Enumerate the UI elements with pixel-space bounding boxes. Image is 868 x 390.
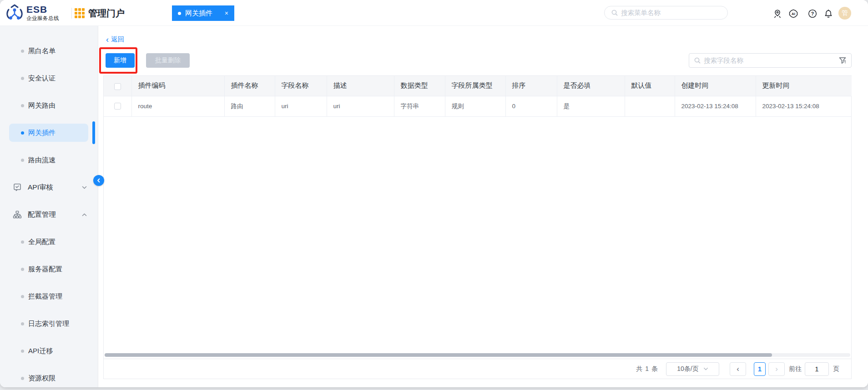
table-header-row: 插件编码 插件名称 字段名称 描述 数据类型 字段所属类型 排序 是否必填 默认… (104, 76, 852, 96)
sidebar-item-global-config[interactable]: 全局配置 (9, 233, 88, 251)
avatar-text: 管 (842, 9, 848, 17)
sidebar-group-api-review[interactable]: API审核 (9, 178, 88, 196)
col-header-created-at: 创建时间 (675, 76, 756, 96)
app-window: ESB 企业服务总线 管理门户 网关插件 × AI (0, 0, 868, 387)
main-content: ‹ 返回 新增 批量删除 (98, 26, 868, 387)
col-header-field-owner-type: 字段所属类型 (445, 76, 505, 96)
add-button[interactable]: 新增 (106, 53, 135, 68)
ai-assistant-icon[interactable]: AI (788, 9, 798, 19)
sidebar-item-route-flow-rate[interactable]: 路由流速 (9, 151, 88, 169)
location-pin-icon[interactable] (772, 9, 782, 19)
field-search-box[interactable] (689, 53, 852, 68)
pagination-bar: 共 1 条 10条/页 ‹ 1 › 前往 页 (104, 359, 851, 379)
bullet-dot-icon (21, 268, 24, 271)
row-checkbox[interactable] (114, 103, 121, 110)
select-all-checkbox[interactable] (114, 83, 121, 90)
table-panel: 插件编码 插件名称 字段名称 描述 数据类型 字段所属类型 排序 是否必填 默认… (103, 75, 852, 379)
cell-default-value (625, 96, 675, 116)
bullet-dot-icon (21, 350, 24, 353)
sidebar-item-gateway-plugin[interactable]: 网关插件 (9, 124, 88, 142)
filter-funnel-icon[interactable] (838, 56, 847, 65)
sidebar-group-config-management[interactable]: 配置管理 (9, 205, 88, 224)
menu-search-input[interactable] (621, 9, 721, 16)
logo-subtitle: 企业服务总线 (26, 16, 59, 21)
logo-title: ESB (26, 5, 59, 14)
plugin-fields-table: 插件编码 插件名称 字段名称 描述 数据类型 字段所属类型 排序 是否必填 默认… (104, 76, 852, 117)
ai-badge-text: AI (792, 12, 795, 16)
goto-page-input[interactable] (805, 362, 829, 376)
total-count-label: 共 1 条 (636, 365, 658, 373)
user-avatar[interactable]: 管 (838, 7, 851, 20)
bullet-dot-icon (21, 159, 24, 162)
bullet-dot-icon (21, 240, 24, 244)
next-page-button[interactable]: › (768, 362, 785, 376)
col-header-sort: 排序 (505, 76, 557, 96)
cell-plugin-name: 路由 (224, 96, 275, 116)
sidebar-item-blackwhite-list[interactable]: 黑白名单 (9, 42, 88, 60)
horizontal-scrollbar-thumb[interactable] (105, 353, 772, 357)
row-select-cell (104, 96, 131, 116)
col-header-default-value: 默认值 (625, 76, 675, 96)
search-icon (611, 9, 618, 16)
batch-delete-button: 批量删除 (146, 53, 190, 68)
sidebar-item-server-config[interactable]: 服务器配置 (9, 260, 88, 278)
table-row[interactable]: route 路由 uri uri 字符串 规则 0 是 2023-02-13 1… (104, 96, 852, 116)
top-header: ESB 企业服务总线 管理门户 网关插件 × AI (0, 0, 868, 26)
page-size-value: 10条/页 (677, 365, 698, 373)
sidebar-item-resource-permission[interactable]: 资源权限 (9, 369, 88, 387)
back-link[interactable]: ‹ 返回 (106, 35, 138, 44)
sidebar-item-interceptor-management[interactable]: 拦截器管理 (9, 287, 88, 305)
field-search-input[interactable] (704, 57, 838, 64)
select-all-cell (104, 76, 131, 96)
cell-created-at: 2023-02-13 15:24:08 (675, 96, 756, 116)
esb-logo-icon (5, 4, 25, 22)
current-page-button[interactable]: 1 (754, 362, 766, 376)
sitemap-icon (13, 210, 22, 219)
doc-check-icon (13, 183, 22, 192)
notification-bell-icon[interactable] (823, 9, 833, 19)
col-header-required: 是否必填 (557, 76, 625, 96)
page-unit-label: 页 (833, 365, 839, 373)
goto-label: 前往 (789, 365, 802, 373)
chevron-down-icon (81, 185, 87, 190)
tab-close-icon[interactable]: × (220, 10, 228, 17)
chevron-down-icon (703, 366, 708, 371)
horizontal-scrollbar-track (105, 353, 850, 357)
bullet-dot-icon (21, 104, 24, 107)
bullet-dot-icon (21, 295, 24, 298)
cell-data-type: 字符串 (394, 96, 445, 116)
sidebar-collapse-toggle[interactable] (93, 175, 104, 186)
tab-gateway-plugin[interactable]: 网关插件 × (172, 5, 234, 21)
chevron-up-icon (81, 212, 87, 218)
tab-label: 网关插件 (185, 9, 212, 18)
table-empty-area (104, 117, 851, 354)
back-label: 返回 (111, 35, 124, 44)
sidebar-nav: 黑白名单 安全认证 网关路由 网关插件 路由流速 API审核 (0, 26, 98, 387)
cell-field-owner-type: 规则 (445, 96, 505, 116)
bullet-dot-icon (21, 50, 24, 53)
bullet-dot-icon (21, 322, 24, 325)
menu-search-box[interactable] (604, 6, 728, 20)
cell-sort: 0 (505, 96, 557, 116)
cell-updated-at: 2023-02-13 15:24:08 (756, 96, 852, 116)
add-button-wrap: 新增 (106, 53, 135, 68)
prev-page-button[interactable]: ‹ (730, 362, 746, 376)
col-header-plugin-name: 插件名称 (224, 76, 275, 96)
chevron-right-icon: › (775, 365, 778, 374)
bullet-dot-icon (21, 377, 24, 380)
apps-grid-icon[interactable] (75, 8, 85, 18)
sidebar-item-api-migration[interactable]: API迁移 (9, 342, 88, 360)
col-header-data-type: 数据类型 (394, 76, 445, 96)
help-icon[interactable]: ? (807, 9, 818, 19)
sidebar-item-gateway-route[interactable]: 网关路由 (9, 96, 88, 115)
sidebar-item-log-index-management[interactable]: 日志索引管理 (9, 315, 88, 333)
bullet-dot-icon (21, 131, 24, 135)
sidebar-item-security-auth[interactable]: 安全认证 (9, 69, 88, 87)
search-icon (694, 57, 701, 64)
col-header-plugin-code: 插件编码 (131, 76, 224, 96)
cell-required: 是 (557, 96, 625, 116)
page-size-select[interactable]: 10条/页 (666, 362, 719, 376)
current-page-number: 1 (758, 365, 762, 373)
logo-text: ESB 企业服务总线 (26, 5, 59, 21)
chevron-left-icon (96, 178, 101, 183)
